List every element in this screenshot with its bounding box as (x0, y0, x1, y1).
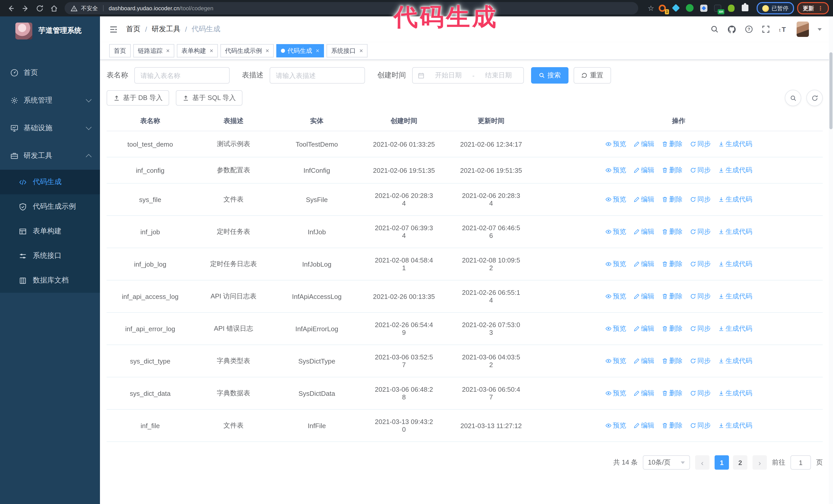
action-删除-link[interactable]: 删除 (662, 292, 683, 301)
action-编辑-link[interactable]: 编辑 (633, 140, 654, 149)
import-db-button[interactable]: 基于 DB 导入 (106, 90, 169, 105)
action-编辑-link[interactable]: 编辑 (633, 195, 654, 204)
prev-page-button[interactable]: ‹ (695, 455, 710, 470)
action-生成代码-link[interactable]: 生成代码 (718, 421, 752, 430)
tab-代码生成示例[interactable]: 代码生成示例× (220, 44, 274, 57)
address-bar[interactable]: 不安全 dashboard.yudao.iocoder.cn/tool/code… (65, 2, 639, 14)
sidebar-item-infra[interactable]: 基础设施 (0, 114, 100, 142)
action-同步-link[interactable]: 同步 (690, 166, 711, 175)
user-avatar[interactable] (796, 22, 809, 37)
browser-home-icon[interactable] (47, 2, 61, 15)
action-生成代码-link[interactable]: 生成代码 (718, 227, 752, 236)
tab-代码生成[interactable]: 代码生成× (276, 44, 324, 57)
sidebar-subitem-代码生成示例[interactable]: 代码生成示例 (0, 194, 100, 219)
action-删除-link[interactable]: 删除 (662, 324, 683, 333)
action-同步-link[interactable]: 同步 (690, 195, 711, 204)
breadcrumb-home[interactable]: 首页 (126, 25, 140, 34)
action-同步-link[interactable]: 同步 (690, 292, 711, 301)
scrollbar-thumb[interactable] (829, 52, 832, 129)
sidebar-subitem-表单构建[interactable]: 表单构建 (0, 219, 100, 243)
action-删除-link[interactable]: 删除 (662, 259, 683, 269)
page-scrollbar[interactable] (829, 17, 833, 504)
action-预览-link[interactable]: 预览 (605, 324, 626, 333)
page-size-select[interactable]: 10条/页 (643, 455, 690, 470)
orange-extension-icon[interactable]: 1 (658, 4, 666, 12)
breadcrumb-devtools[interactable]: 研发工具 (152, 25, 181, 34)
action-预览-link[interactable]: 预览 (605, 227, 626, 236)
action-预览-link[interactable]: 预览 (605, 421, 626, 430)
sidebar-subitem-数据库文档[interactable]: 数据库文档 (0, 268, 100, 293)
action-编辑-link[interactable]: 编辑 (633, 324, 654, 333)
next-page-button[interactable]: › (753, 455, 767, 470)
action-同步-link[interactable]: 同步 (690, 389, 711, 398)
check-extension-icon[interactable] (686, 4, 694, 12)
goto-page-input[interactable] (790, 455, 811, 470)
action-同步-link[interactable]: 同步 (690, 259, 711, 269)
dark-extension-icon[interactable]: on (714, 4, 722, 12)
action-生成代码-link[interactable]: 生成代码 (718, 140, 752, 149)
sidebar-subitem-系统接口[interactable]: 系统接口 (0, 243, 100, 268)
user-menu-caret-icon[interactable] (818, 28, 822, 30)
page-button-1[interactable]: 1 (715, 455, 729, 470)
action-同步-link[interactable]: 同步 (690, 421, 711, 430)
action-生成代码-link[interactable]: 生成代码 (718, 166, 752, 175)
tab-表单构建[interactable]: 表单构建× (177, 44, 218, 57)
close-tab-icon[interactable]: × (166, 48, 170, 54)
action-生成代码-link[interactable]: 生成代码 (718, 195, 752, 204)
action-删除-link[interactable]: 删除 (662, 421, 683, 430)
action-生成代码-link[interactable]: 生成代码 (718, 324, 752, 333)
action-预览-link[interactable]: 预览 (605, 166, 626, 175)
action-编辑-link[interactable]: 编辑 (633, 389, 654, 398)
action-编辑-link[interactable]: 编辑 (633, 292, 654, 301)
font-size-icon[interactable]: tT (779, 25, 788, 33)
green-extension-icon[interactable] (728, 4, 736, 12)
close-tab-icon[interactable]: × (359, 48, 363, 54)
table-desc-input[interactable] (270, 67, 365, 83)
action-预览-link[interactable]: 预览 (605, 389, 626, 398)
grid-extension-icon[interactable] (700, 4, 708, 12)
search-button[interactable]: 搜索 (531, 67, 569, 83)
import-sql-button[interactable]: 基于 SQL 导入 (176, 90, 243, 105)
action-预览-link[interactable]: 预览 (605, 292, 626, 301)
toggle-search-button[interactable] (785, 90, 801, 106)
action-编辑-link[interactable]: 编辑 (633, 356, 654, 365)
puzzle-extension-icon[interactable] (741, 4, 749, 12)
browser-forward-icon[interactable] (19, 2, 32, 15)
browser-menu-icon[interactable]: ⋮ (818, 6, 823, 11)
tab-系统接口[interactable]: 系统接口× (327, 44, 367, 57)
close-tab-icon[interactable]: × (316, 48, 319, 54)
sidebar-item-home[interactable]: 首页 (0, 59, 100, 87)
reset-button[interactable]: 重置 (574, 67, 611, 83)
sidebar-item-system[interactable]: 系统管理 (0, 87, 100, 114)
action-生成代码-link[interactable]: 生成代码 (718, 389, 752, 398)
action-删除-link[interactable]: 删除 (662, 195, 683, 204)
sidebar-subitem-codegen-active[interactable]: 代码生成 (0, 170, 100, 194)
action-预览-link[interactable]: 预览 (605, 259, 626, 269)
refresh-button[interactable] (806, 90, 823, 106)
close-tab-icon[interactable]: × (210, 48, 213, 54)
action-预览-link[interactable]: 预览 (605, 356, 626, 365)
action-同步-link[interactable]: 同步 (690, 356, 711, 365)
help-icon[interactable]: ? (745, 25, 753, 33)
action-生成代码-link[interactable]: 生成代码 (718, 356, 752, 365)
page-button-2[interactable]: 2 (733, 455, 747, 470)
tab-首页[interactable]: 首页 (109, 44, 131, 57)
browser-reload-icon[interactable] (33, 2, 46, 15)
action-生成代码-link[interactable]: 生成代码 (718, 259, 752, 269)
action-删除-link[interactable]: 删除 (662, 389, 683, 398)
search-icon[interactable] (711, 25, 719, 33)
browser-back-icon[interactable] (4, 2, 18, 15)
action-同步-link[interactable]: 同步 (690, 140, 711, 149)
table-name-input[interactable] (134, 67, 230, 83)
action-预览-link[interactable]: 预览 (605, 195, 626, 204)
date-range-picker[interactable]: 开始日期 - 结束日期 (412, 67, 524, 83)
action-编辑-link[interactable]: 编辑 (633, 227, 654, 236)
action-删除-link[interactable]: 删除 (662, 227, 683, 236)
action-同步-link[interactable]: 同步 (690, 227, 711, 236)
fullscreen-icon[interactable] (762, 25, 770, 33)
action-删除-link[interactable]: 删除 (662, 166, 683, 175)
sidebar-item-devtools[interactable]: 研发工具 (0, 142, 100, 170)
action-预览-link[interactable]: 预览 (605, 140, 626, 149)
action-编辑-link[interactable]: 编辑 (633, 421, 654, 430)
action-同步-link[interactable]: 同步 (690, 324, 711, 333)
